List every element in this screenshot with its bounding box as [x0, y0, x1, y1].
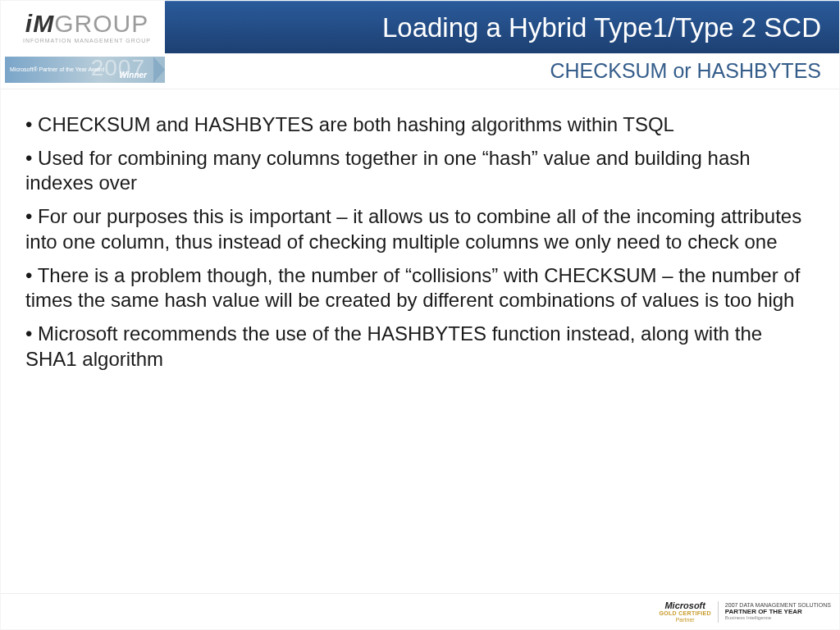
ms-gold: GOLD CERTIFIED: [660, 610, 711, 617]
microsoft-badge: Microsoft GOLD CERTIFIED Partner: [660, 600, 711, 623]
logo-subtitle: INFORMATION MANAGEMENT GROUP: [23, 38, 151, 43]
content-area: • CHECKSUM and HASHBYTES are both hashin…: [1, 89, 839, 372]
bullet-item: • Microsoft recommends the use of the HA…: [25, 322, 815, 372]
award-badge: Microsoft® Partner of the Year Award 200…: [5, 57, 165, 83]
bullet-text: Microsoft recommends the use of the HASH…: [25, 322, 762, 370]
title-bar: Loading a Hybrid Type1/Type 2 SCD: [165, 1, 839, 53]
slide-subtitle: CHECKSUM or HASHBYTES: [550, 59, 821, 83]
bullet-item: • There is a problem though, the number …: [25, 263, 815, 313]
badge-text: Microsoft® Partner of the Year Award: [5, 66, 104, 73]
bullet-text: CHECKSUM and HASHBYTES are both hashing …: [38, 113, 674, 135]
divider: [718, 601, 719, 623]
poty-main: PARTNER OF THE YEAR: [725, 609, 831, 616]
logo-text: iMGROUP: [25, 11, 148, 36]
partner-of-year-badge: 2007 DATA MANAGEMENT SOLUTIONS PARTNER O…: [725, 602, 831, 621]
bullet-item: • CHECKSUM and HASHBYTES are both hashin…: [25, 112, 815, 138]
header-row: iMGROUP INFORMATION MANAGEMENT GROUP Loa…: [1, 1, 839, 53]
sub-header-row: Microsoft® Partner of the Year Award 200…: [1, 53, 839, 89]
ms-partner: Partner: [676, 617, 695, 623]
chevron-right-icon: [153, 57, 165, 83]
logo-bold: iM: [25, 10, 54, 37]
logo-area: iMGROUP INFORMATION MANAGEMENT GROUP: [1, 1, 165, 53]
bullet-text: For our purposes this is important – it …: [25, 205, 801, 253]
footer: Microsoft GOLD CERTIFIED Partner 2007 DA…: [1, 593, 839, 629]
slide-title: Loading a Hybrid Type1/Type 2 SCD: [382, 12, 821, 43]
bullet-text: There is a problem though, the number of…: [25, 264, 800, 312]
subtitle-area: CHECKSUM or HASHBYTES: [165, 53, 839, 89]
bullet-item: • For our purposes this is important – i…: [25, 204, 815, 254]
badge-winner: Winner: [119, 71, 147, 80]
poty-sub: Business Intelligence: [725, 615, 831, 621]
bullet-text: Used for combining many columns together…: [25, 147, 751, 194]
logo-rest: GROUP: [54, 10, 148, 37]
bullet-item: • Used for combining many columns togeth…: [25, 146, 815, 196]
ms-name: Microsoft: [664, 600, 705, 610]
